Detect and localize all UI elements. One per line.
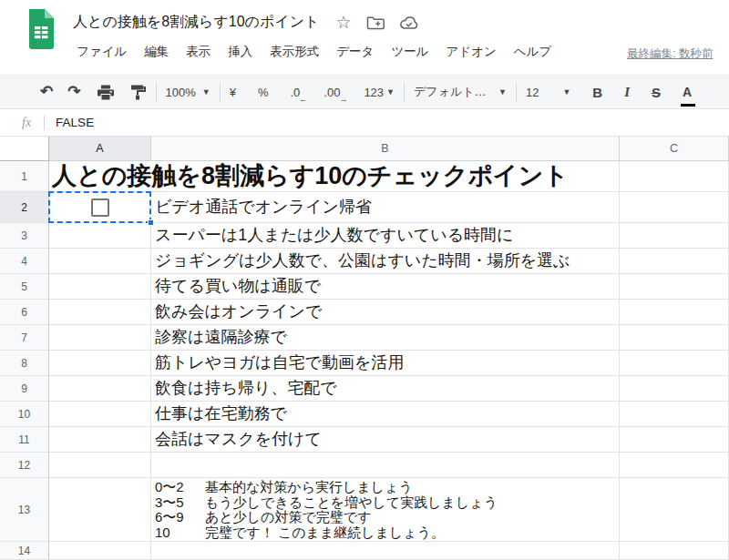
print-button[interactable] — [98, 80, 114, 104]
increase-decimal-button[interactable]: .00→ — [323, 80, 342, 104]
menu-view[interactable]: 表示 — [186, 44, 210, 60]
menu-help[interactable]: ヘルプ — [514, 44, 551, 60]
row-header-13[interactable]: 13 — [0, 478, 49, 542]
cell-C1[interactable] — [620, 161, 729, 192]
cell-B8[interactable]: 筋トレやヨガは自宅で動画を活用 — [151, 351, 620, 376]
cell-C3[interactable] — [620, 223, 729, 249]
cell-C12[interactable] — [620, 453, 729, 478]
row-header-4[interactable]: 4 — [0, 249, 49, 274]
redo-button[interactable]: ↷ — [67, 80, 80, 104]
cell-B14[interactable] — [151, 542, 620, 560]
table-row: 3 スーパーは1人または少人数ですいている時間に — [0, 223, 729, 249]
text-color-button[interactable]: A — [683, 80, 692, 104]
table-row: 5 待てる買い物は通販で — [0, 274, 729, 300]
sheets-logo-icon[interactable] — [26, 9, 56, 49]
spreadsheet-grid: A B C 1 人との接触を8割減らす10のチェックポイント 2 ビデオ通話でオ… — [0, 137, 729, 560]
menu-addons[interactable]: アドオン — [447, 44, 497, 60]
menu-file[interactable]: ファイル — [77, 44, 127, 60]
row-header-5[interactable]: 5 — [0, 274, 49, 300]
cell-A2-selected[interactable] — [49, 192, 151, 223]
format-percent-button[interactable]: % — [258, 80, 269, 104]
cell-A10[interactable] — [49, 402, 151, 427]
document-title[interactable]: 人との接触を8割減らす10のポイント — [73, 13, 319, 32]
cell-C13[interactable] — [620, 478, 729, 542]
cell-B2[interactable]: ビデオ通話でオンライン帰省 — [151, 192, 620, 223]
strikethrough-button[interactable]: S — [652, 80, 661, 104]
cell-C2[interactable] — [620, 192, 729, 223]
cell-A5[interactable] — [49, 274, 151, 300]
column-header-C[interactable]: C — [620, 137, 729, 161]
cell-A8[interactable] — [49, 351, 151, 376]
row-header-7[interactable]: 7 — [0, 325, 49, 351]
fx-icon: fx — [22, 116, 31, 130]
move-folder-icon[interactable] — [366, 15, 385, 30]
number-format-menu[interactable]: 123 ▼ — [364, 80, 395, 104]
cell-C10[interactable] — [620, 402, 729, 427]
select-all-corner[interactable] — [0, 137, 49, 161]
column-header-B[interactable]: B — [151, 137, 620, 161]
cell-C5[interactable] — [620, 274, 729, 300]
cell-A3[interactable] — [49, 223, 151, 249]
decrease-decimal-button[interactable]: .0← — [290, 80, 302, 104]
cell-B4[interactable]: ジョギングは少人数で、公園はすいた時間・場所を選ぶ — [151, 249, 620, 274]
cell-C7[interactable] — [620, 325, 729, 351]
paint-format-button[interactable] — [130, 80, 147, 104]
cell-A1[interactable]: 人との接触を8割減らす10のチェックポイント — [49, 161, 151, 192]
cell-A13[interactable] — [49, 478, 151, 542]
cell-C6[interactable] — [620, 300, 729, 325]
cell-C9[interactable] — [620, 376, 729, 402]
cell-B11[interactable]: 会話はマスクを付けて — [151, 427, 620, 453]
toolbar-divider — [156, 82, 157, 102]
cell-C4[interactable] — [620, 249, 729, 274]
column-header-A[interactable]: A — [49, 137, 151, 161]
chevron-down-icon: ▼ — [386, 87, 395, 97]
row-header-10[interactable]: 10 — [0, 402, 49, 427]
cell-A11[interactable] — [49, 427, 151, 453]
cell-C11[interactable] — [620, 427, 729, 453]
cell-A6[interactable] — [49, 300, 151, 325]
cell-C8[interactable] — [620, 351, 729, 376]
bold-button[interactable]: B — [592, 80, 602, 104]
last-edit-link[interactable]: 最終編集: 数秒前 — [627, 46, 713, 62]
cell-A7[interactable] — [49, 325, 151, 351]
fill-handle[interactable] — [148, 219, 154, 226]
star-icon[interactable]: ☆ — [335, 14, 351, 32]
cell-B3[interactable]: スーパーは1人または少人数ですいている時間に — [151, 223, 620, 249]
cell-B13[interactable]: 0〜2 基本的な対策から実行しましょう 3〜5 もう少しできることを増やして実践… — [151, 478, 620, 542]
row-header-2[interactable]: 2 — [0, 192, 49, 223]
cell-B12[interactable] — [151, 453, 620, 478]
menu-data[interactable]: データ — [336, 44, 374, 60]
cell-C14[interactable] — [620, 542, 729, 560]
checkbox-unchecked-icon[interactable] — [91, 199, 109, 217]
row-header-9[interactable]: 9 — [0, 376, 49, 402]
row-header-11[interactable]: 11 — [0, 427, 49, 453]
row-header-8[interactable]: 8 — [0, 351, 49, 376]
row-header-6[interactable]: 6 — [0, 300, 49, 325]
italic-button[interactable]: I — [624, 80, 630, 104]
row-header-1[interactable]: 1 — [0, 161, 49, 192]
formula-input[interactable]: FALSE — [56, 116, 94, 129]
font-size-select[interactable]: 12 ▼ — [526, 80, 570, 104]
menu-edit[interactable]: 編集 — [144, 44, 169, 60]
cell-B10[interactable]: 仕事は在宅勤務で — [151, 402, 620, 427]
row-header-14[interactable]: 14 — [0, 542, 49, 560]
cell-A9[interactable] — [49, 376, 151, 402]
cloud-saved-icon[interactable] — [399, 15, 419, 30]
menu-insert[interactable]: 挿入 — [228, 44, 252, 60]
cell-B7[interactable]: 診察は遠隔診療で — [151, 325, 620, 351]
cell-B9[interactable]: 飲食は持ち帰り、宅配で — [151, 376, 620, 402]
menu-tools[interactable]: ツール — [391, 44, 428, 60]
cell-B5[interactable]: 待てる買い物は通販で — [151, 274, 620, 300]
font-family-select[interactable]: デフォルト… ▼ — [414, 80, 507, 104]
format-currency-button[interactable]: ¥ — [230, 80, 236, 104]
cell-A14[interactable] — [49, 542, 151, 560]
menu-format[interactable]: 表示形式 — [270, 44, 319, 60]
cell-B6[interactable]: 飲み会はオンラインで — [151, 300, 620, 325]
undo-button[interactable]: ↶ — [40, 80, 53, 104]
row-header-3[interactable]: 3 — [0, 223, 49, 249]
cell-A12[interactable] — [49, 453, 151, 478]
cell-A4[interactable] — [49, 249, 151, 274]
score-legend: 0〜2 基本的な対策から実行しましょう 3〜5 もう少しできることを増やして実践… — [151, 478, 619, 540]
zoom-select[interactable]: 100% ▼ — [166, 80, 210, 104]
row-header-12[interactable]: 12 — [0, 453, 49, 478]
